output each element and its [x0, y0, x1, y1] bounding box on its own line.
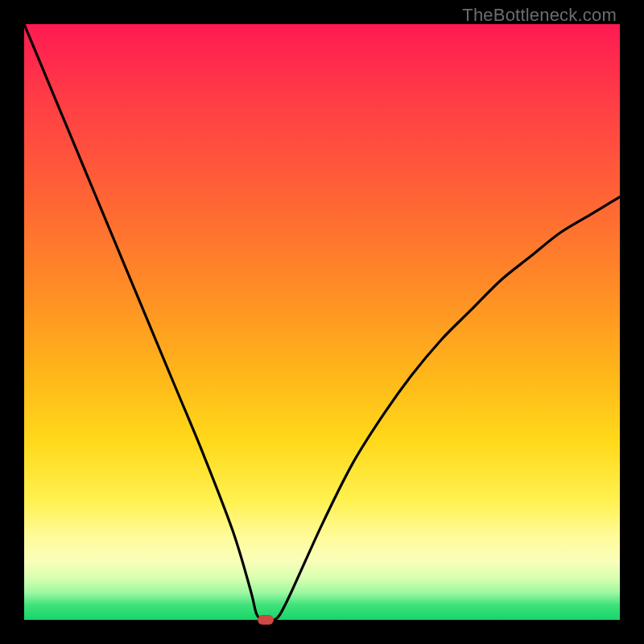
watermark-text: TheBottleneck.com	[462, 5, 617, 26]
optimal-point-marker	[258, 615, 274, 625]
chart-gradient-background	[24, 24, 620, 620]
chart-frame	[24, 24, 620, 620]
